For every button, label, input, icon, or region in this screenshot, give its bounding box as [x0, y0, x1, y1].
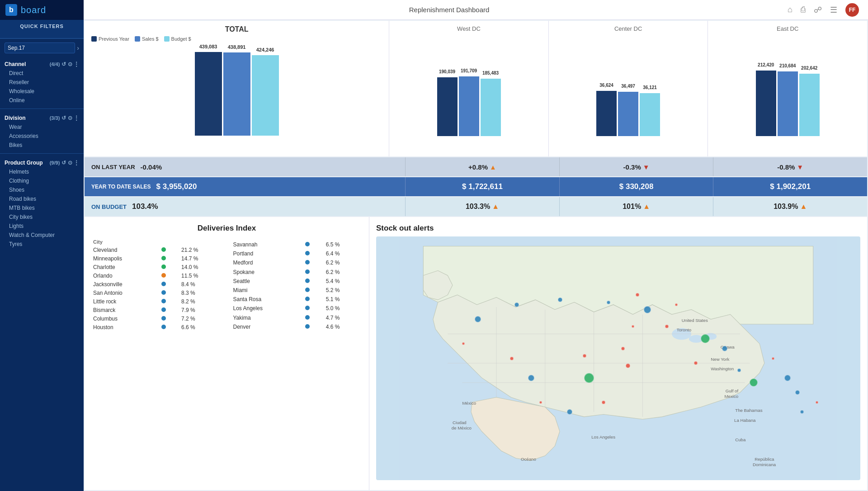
- delivery-city: Portland: [231, 249, 304, 258]
- page-title: Replenishment Dashboard: [409, 6, 490, 14]
- print-icon[interactable]: ⎙: [801, 5, 806, 14]
- delivery-dot: [161, 316, 166, 321]
- east-dc-chart-section: East DC 212,420 210,684 202,642: [708, 21, 867, 156]
- west-sales-value: 191,709: [461, 68, 477, 73]
- west-prev-bar: 190,039: [437, 77, 458, 136]
- date-select[interactable]: Sep.17: [5, 42, 75, 53]
- on-budget-west-cell: 103.3% ▲: [406, 197, 560, 216]
- center-sales-value: 36,497: [621, 84, 635, 89]
- product-group-filter-section: Product Group (9/9) ↺ ⊙ ⋮ Helmets Clothi…: [0, 156, 84, 250]
- channel-item-reseller[interactable]: Reseller: [0, 78, 84, 87]
- channel-item-direct[interactable]: Direct: [0, 69, 84, 78]
- delivery-dot: [305, 251, 310, 255]
- chart-legend: Previous Year Sales $ Budget $: [91, 36, 191, 42]
- legend-budget-dot: [164, 36, 170, 42]
- center-budget-bar: 36,121: [640, 93, 660, 136]
- svg-text:United States: United States: [682, 318, 708, 323]
- delivery-pct: 6.6 %: [179, 323, 222, 331]
- product-group-icons[interactable]: ↺ ⊙ ⋮: [61, 160, 79, 166]
- delivery-dot: [305, 279, 310, 283]
- deliveries-left-row: San Antonio 8.3 %: [91, 288, 222, 297]
- pg-item-tyres[interactable]: Tyres: [0, 240, 84, 249]
- product-group-label: Product Group: [5, 160, 50, 166]
- pg-item-helmets[interactable]: Helmets: [0, 167, 84, 176]
- comment-icon[interactable]: ☍: [814, 5, 822, 15]
- deliveries-left-row: Cleveland 21.2 %: [91, 246, 222, 254]
- deliveries-right-row: Medford 6.2 %: [231, 258, 363, 267]
- delivery-pct: 6.2 %: [324, 268, 362, 277]
- delivery-pct: 5.1 %: [324, 295, 362, 304]
- on-last-year-label: ON LAST YEAR: [91, 164, 135, 170]
- center-dc-title: Center DC: [614, 25, 642, 32]
- map-container: Los Angeles México Ciudad de México Toro…: [376, 236, 860, 480]
- channel-item-online[interactable]: Online: [0, 96, 84, 105]
- svg-text:Los Angeles: Los Angeles: [591, 434, 615, 439]
- channel-item-wholesale[interactable]: Wholesale: [0, 87, 84, 96]
- division-item-wear[interactable]: Wear: [0, 123, 84, 132]
- west-budget-fill: [481, 79, 501, 136]
- menu-icon[interactable]: ☰: [830, 5, 837, 15]
- west-budget-bar: 185,483: [481, 79, 501, 136]
- delivery-dot: [161, 299, 166, 303]
- map-section: Stock out alerts: [369, 217, 867, 490]
- east-dc-bar-group: 212,420 210,684 202,642: [756, 71, 820, 136]
- charts-row: TOTAL Previous Year Sales $ Budget $: [85, 21, 867, 156]
- delivery-dot: [305, 315, 310, 320]
- east-budget-value: 202,642: [801, 66, 817, 71]
- on-last-year-center-cell: -0.3% ▼: [560, 157, 714, 176]
- on-last-year-east-value: -0.8%: [777, 163, 795, 171]
- delivery-dot: [305, 324, 310, 329]
- division-count: (3/3): [50, 115, 60, 121]
- center-prev-bar: 36,624: [596, 91, 617, 136]
- delivery-dot-cell: [303, 277, 324, 286]
- pg-item-road-bikes[interactable]: Road bikes: [0, 194, 84, 203]
- deliveries-left-row: Little rock 8.2 %: [91, 297, 222, 306]
- center-dc-chart-section: Center DC 36,624 36,497 36,121: [549, 21, 708, 156]
- division-item-bikes[interactable]: Bikes: [0, 141, 84, 150]
- deliveries-right-row: Los Angeles 5.0 %: [231, 304, 363, 313]
- svg-text:México: México: [462, 401, 476, 406]
- pg-item-watch-computer[interactable]: Watch & Computer: [0, 231, 84, 240]
- delivery-city: Los Angeles: [231, 304, 304, 313]
- delivery-dot-cell: [160, 263, 179, 271]
- ytd-west-cell: $ 1,722,611: [406, 177, 560, 196]
- delivery-dot: [161, 325, 166, 329]
- delivery-city: Columbus: [91, 314, 160, 323]
- delivery-dot: [161, 264, 166, 269]
- channel-icons[interactable]: ↺ ⊙ ⋮: [61, 61, 79, 67]
- delivery-dot-cell: [160, 246, 179, 254]
- deliveries-table-right: Savannah 6.5 % Portland 6.4 % Medford 6.…: [231, 238, 363, 331]
- legend-sales: Sales $: [135, 36, 159, 42]
- home-icon[interactable]: ⌂: [788, 5, 793, 14]
- total-sales-value: 438,891: [228, 44, 246, 50]
- user-avatar[interactable]: FF: [845, 3, 859, 17]
- main-content: Replenishment Dashboard ⌂ ⎙ ☍ ☰ FF TOTAL…: [84, 0, 868, 491]
- total-prev-value: 439,083: [199, 44, 217, 49]
- pg-item-shoes[interactable]: Shoes: [0, 185, 84, 194]
- deliveries-right-row: Seattle 5.4 %: [231, 277, 363, 286]
- deliveries-right-row: Savannah 6.5 %: [231, 240, 363, 249]
- pg-item-clothing[interactable]: Clothing: [0, 176, 84, 185]
- pg-item-lights[interactable]: Lights: [0, 222, 84, 231]
- delivery-dot-cell: [303, 286, 324, 295]
- delivery-dot: [161, 273, 166, 278]
- on-budget-center-value: 101%: [623, 203, 641, 211]
- east-budget-bar: 202,642: [799, 74, 820, 136]
- on-budget-west-value: 103.3%: [466, 203, 490, 211]
- pg-item-city-bikes[interactable]: City bikes: [0, 212, 84, 222]
- division-item-accessories[interactable]: Accessories: [0, 132, 84, 141]
- ob-east-trend-icon: ▲: [800, 203, 807, 211]
- delivery-dot-cell: [303, 249, 324, 258]
- center-trend-icon: ▼: [643, 163, 650, 171]
- pg-item-mtb-bikes[interactable]: MTB bikes: [0, 203, 84, 212]
- date-arrow-icon[interactable]: ›: [77, 44, 79, 52]
- division-icons[interactable]: ↺ ⊙ ⋮: [61, 115, 79, 121]
- sidebar: b board QUICK FILTERS Sep.17 › Channel (…: [0, 0, 84, 491]
- on-budget-center-cell: 101% ▲: [560, 197, 714, 216]
- svg-text:Ottawa: Ottawa: [721, 345, 735, 349]
- east-trend-icon: ▼: [797, 163, 803, 171]
- total-bar-group: 439,083 438,891 424,246: [195, 52, 279, 136]
- delivery-pct: 8.4 %: [179, 280, 222, 288]
- channel-filter-section: Channel (4/4) ↺ ⊙ ⋮ Direct Reseller Whol…: [0, 57, 84, 107]
- logo-text: board: [21, 5, 46, 15]
